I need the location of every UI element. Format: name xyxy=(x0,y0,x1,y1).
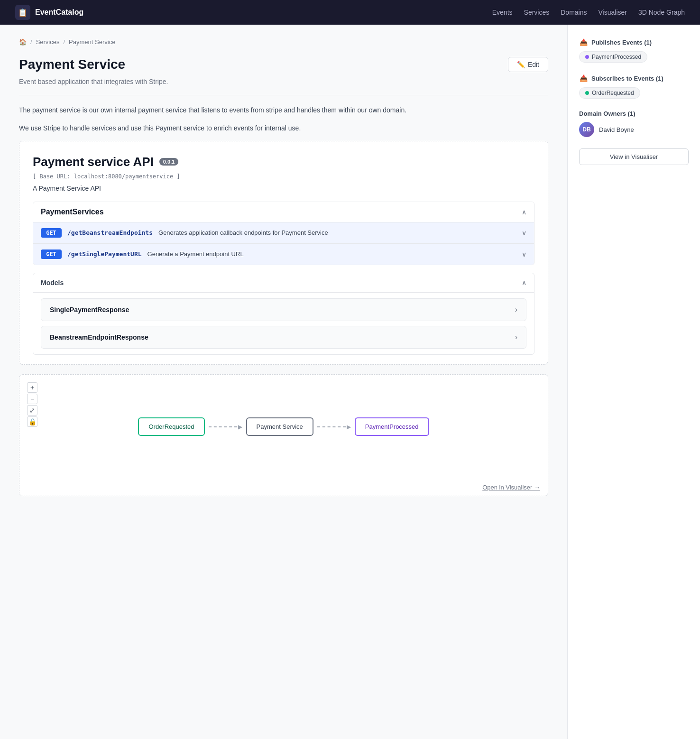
edit-icon: ✏️ xyxy=(517,61,525,68)
navbar-links: Events Services Domains Visualiser 3D No… xyxy=(492,7,685,18)
vis-fullscreen[interactable]: ⤢ xyxy=(27,405,37,416)
vis-zoom-in[interactable]: + xyxy=(27,382,37,393)
method-badge-2: GET xyxy=(41,249,62,259)
owner-name-1: David Boyne xyxy=(599,126,634,133)
page-header: Payment Service ✏️ Edit xyxy=(19,57,548,72)
model-chevron-1: › xyxy=(515,305,517,314)
sidebar-subscribes-section: 📥 Subscribes to Events (1) OrderRequeste… xyxy=(579,74,689,99)
api-version-badge: 0.0.1 xyxy=(159,158,178,166)
endpoint-desc-2: Generate a Payment endpoint URL xyxy=(147,250,516,258)
models-body: SinglePaymentResponse › BeanstreamEndpoi… xyxy=(33,293,534,354)
api-description: A Payment Service API xyxy=(33,185,534,192)
method-badge-1: GET xyxy=(41,228,62,238)
sidebar-subscribes-title: 📥 Subscribes to Events (1) xyxy=(579,74,689,83)
page-title: Payment Service xyxy=(19,57,125,72)
nav-services[interactable]: Services xyxy=(524,7,550,18)
home-icon[interactable]: 🏠 xyxy=(19,38,27,46)
brand-logo[interactable]: 📋 EventCatalog xyxy=(15,5,83,20)
event-dot-green xyxy=(585,91,589,95)
owner-avatar-1: DB xyxy=(579,122,594,137)
sidebar-owners-section: Domain Owners (1) DB David Boyne xyxy=(579,110,689,137)
sidebar-publishes-events: PaymentProcessed xyxy=(579,51,689,63)
breadcrumb-sep-2: / xyxy=(63,38,65,46)
page-description-1: The payment service is our own internal … xyxy=(19,105,548,116)
domain-owners-title: Domain Owners (1) xyxy=(579,110,689,117)
brand-name: EventCatalog xyxy=(35,8,83,17)
model-item-2[interactable]: BeanstreamEndpointResponse › xyxy=(41,326,526,349)
api-title: Payment service API xyxy=(33,155,154,169)
models-collapse-icon: ∧ xyxy=(522,279,526,286)
api-card: Payment service API 0.0.1 [ Base URL: lo… xyxy=(19,141,548,365)
breadcrumb-sep-1: / xyxy=(30,38,32,46)
navbar: 📋 EventCatalog Events Services Domains V… xyxy=(0,0,700,25)
endpoints-section: PaymentServices ∧ GET /getBeanstreamEndp… xyxy=(33,202,534,265)
models-title: Models xyxy=(41,279,64,286)
page-description-2: We use Stripe to handle services and use… xyxy=(19,123,548,134)
flow-node-payment-service[interactable]: Payment Service xyxy=(246,417,313,436)
breadcrumb: 🏠 / Services / Payment Service xyxy=(19,38,548,46)
model-item-1[interactable]: SinglePaymentResponse › xyxy=(41,298,526,321)
open-visualiser-link[interactable]: Open in Visualiser → xyxy=(19,479,548,496)
brand-icon: 📋 xyxy=(15,5,30,20)
vis-lock[interactable]: 🔒 xyxy=(27,416,37,427)
visualiser-card: + − ⤢ 🔒 OrderRequested ▶ Payment Service xyxy=(19,374,548,496)
subscribes-event-1[interactable]: OrderRequested xyxy=(579,87,640,99)
publishes-event-1[interactable]: PaymentProcessed xyxy=(579,51,647,63)
vis-zoom-out[interactable]: − xyxy=(27,394,37,404)
model-chevron-2: › xyxy=(515,333,517,342)
main-content: 🏠 / Services / Payment Service Payment S… xyxy=(0,25,567,739)
endpoint-path-2: /getSinglePaymentURL xyxy=(67,250,142,258)
sidebar: 📤 Publishes Events (1) PaymentProcessed … xyxy=(567,25,700,739)
flow-node-order-requested[interactable]: OrderRequested xyxy=(138,417,204,436)
visualiser-canvas: OrderRequested ▶ Payment Service ▶ Pay xyxy=(19,375,548,479)
flow-arrow-1: ▶ xyxy=(209,424,242,430)
endpoint-path-1: /getBeanstreamEndpoints xyxy=(67,229,153,236)
page-subtitle: Event based application that integrates … xyxy=(19,78,548,85)
breadcrumb-services[interactable]: Services xyxy=(36,38,60,46)
nav-3d-node-graph[interactable]: 3D Node Graph xyxy=(638,7,685,18)
sidebar-publishes-section: 📤 Publishes Events (1) PaymentProcessed xyxy=(579,38,689,63)
edit-button[interactable]: ✏️ Edit xyxy=(508,57,548,72)
models-section: Models ∧ SinglePaymentResponse › Beanstr… xyxy=(33,273,534,355)
endpoints-title: PaymentServices xyxy=(41,208,104,216)
view-visualiser-button[interactable]: View in Visualiser xyxy=(579,148,689,165)
edit-label: Edit xyxy=(528,61,539,68)
sidebar-subscribes-events: OrderRequested xyxy=(579,87,689,99)
collapse-icon: ∧ xyxy=(522,208,526,216)
nav-visualiser[interactable]: Visualiser xyxy=(599,7,627,18)
divider xyxy=(19,95,548,95)
flow-nodes: OrderRequested ▶ Payment Service ▶ Pay xyxy=(138,417,429,436)
owner-row-1: DB David Boyne xyxy=(579,122,689,137)
endpoints-header[interactable]: PaymentServices ∧ xyxy=(33,202,534,222)
endpoint-desc-1: Generates application callback endpoints… xyxy=(158,229,516,236)
breadcrumb-current: Payment Service xyxy=(69,38,115,46)
flow-node-payment-processed[interactable]: PaymentProcessed xyxy=(355,417,429,436)
page-wrapper: 🏠 / Services / Payment Service Payment S… xyxy=(0,25,700,739)
publishes-icon: 📤 xyxy=(579,38,588,46)
model-name-2: BeanstreamEndpointResponse xyxy=(50,333,148,341)
nav-domains[interactable]: Domains xyxy=(561,7,587,18)
sidebar-publishes-title: 📤 Publishes Events (1) xyxy=(579,38,689,46)
nav-events[interactable]: Events xyxy=(492,7,513,18)
api-base-url: [ Base URL: localhost:8080/paymentservic… xyxy=(33,173,534,180)
visualiser-controls: + − ⤢ 🔒 xyxy=(27,382,37,427)
event-dot-purple xyxy=(585,55,589,59)
endpoint-row-2[interactable]: GET /getSinglePaymentURL Generate a Paym… xyxy=(33,244,534,265)
endpoint-chevron-1: ∨ xyxy=(522,229,526,237)
endpoint-row-1[interactable]: GET /getBeanstreamEndpoints Generates ap… xyxy=(33,222,534,244)
subscribes-icon: 📥 xyxy=(579,74,588,83)
models-header[interactable]: Models ∧ xyxy=(33,273,534,293)
api-title-row: Payment service API 0.0.1 xyxy=(33,155,534,169)
model-name-1: SinglePaymentResponse xyxy=(50,306,129,314)
endpoint-chevron-2: ∨ xyxy=(522,250,526,258)
flow-arrow-2: ▶ xyxy=(317,424,351,430)
